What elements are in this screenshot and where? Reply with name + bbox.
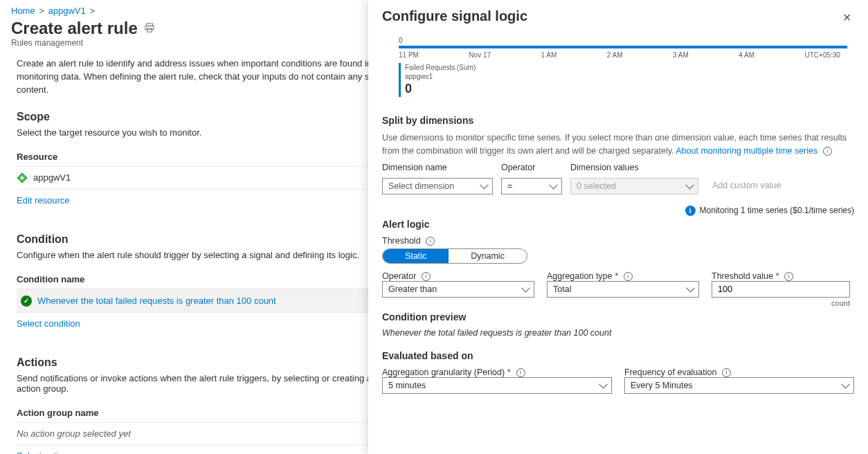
dimension-operator-label: Operator: [501, 163, 562, 172]
info-icon[interactable]: i: [422, 272, 431, 281]
chart-x-axis: 11 PM Nov 17 1 AM 2 AM 3 AM 4 AM UTC+05:…: [399, 51, 847, 59]
chart-x-tick: 11 PM: [399, 51, 419, 59]
metric-chart[interactable]: 0 11 PM Nov 17 1 AM 2 AM 3 AM 4 AM UTC+0…: [382, 34, 854, 102]
check-icon: [21, 296, 32, 307]
svg-point-3: [21, 176, 24, 179]
breadcrumb-sep: >: [89, 6, 95, 16]
operator-label: Operator: [382, 271, 416, 281]
info-icon[interactable]: i: [624, 272, 633, 281]
condition-column-header: Condition name: [17, 269, 403, 289]
info-icon[interactable]: i: [722, 368, 731, 377]
threshold-static-pill[interactable]: Static: [383, 249, 449, 263]
breadcrumb-resource[interactable]: appgwV1: [48, 6, 86, 16]
threshold-unit: count: [712, 299, 850, 307]
panel-title: Configure signal logic: [382, 8, 527, 24]
scope-heading: Scope: [17, 111, 403, 123]
chart-x-tick: Nov 17: [469, 51, 491, 59]
page-description: Create an alert rule to identify and add…: [17, 57, 403, 97]
chart-line: [399, 46, 847, 48]
chart-x-tick: UTC+05:30: [805, 51, 840, 59]
threshold-dynamic-pill[interactable]: Dynamic: [449, 249, 527, 263]
print-icon[interactable]: [145, 23, 154, 35]
condition-row[interactable]: Whenever the total failed requests is gr…: [17, 289, 403, 313]
svg-rect-2: [147, 28, 152, 31]
about-time-series-link[interactable]: About monitoring multiple time series: [676, 146, 817, 156]
select-action-group-link[interactable]: Select action group: [17, 451, 93, 454]
chart-x-tick: 1 AM: [541, 51, 557, 59]
condition-preview-heading: Condition preview: [382, 311, 854, 323]
monitoring-cost-text: Monitoring 1 time series ($0.1/time seri…: [700, 206, 854, 215]
threshold-value-input[interactable]: [712, 281, 850, 298]
threshold-toggle: Static Dynamic: [382, 248, 527, 264]
condition-heading: Condition: [17, 233, 403, 246]
aggregation-type-select[interactable]: Total: [547, 281, 699, 298]
actions-sub: Send notifications or invoke actions whe…: [17, 373, 403, 394]
add-custom-value-button[interactable]: Add custom value: [707, 178, 786, 194]
info-blue-icon: i: [685, 206, 696, 216]
chart-y-tick: 0: [399, 37, 847, 44]
info-icon[interactable]: i: [426, 237, 435, 246]
close-icon[interactable]: ✕: [840, 8, 854, 27]
action-group-column-header: Action group name: [17, 402, 403, 423]
dimension-name-select[interactable]: Select dimension: [382, 178, 493, 194]
split-dimensions-help: Use dimensions to monitor specific time …: [382, 131, 854, 156]
page-title: Create alert rule: [11, 19, 138, 38]
condition-sub: Configure when the alert rule should tri…: [17, 250, 403, 260]
required-mark: *: [776, 271, 779, 281]
chart-resource: appgwv1: [405, 72, 476, 81]
info-icon[interactable]: i: [516, 368, 525, 377]
alert-logic-heading: Alert logic: [382, 219, 854, 230]
condition-text[interactable]: Whenever the total failed requests is gr…: [37, 296, 276, 306]
edit-resource-link[interactable]: Edit resource: [17, 195, 70, 206]
evaluated-based-on-heading: Evaluated based on: [382, 350, 854, 361]
resource-row: appgwV1: [17, 167, 403, 190]
select-condition-link[interactable]: Select condition: [17, 318, 80, 329]
svg-rect-1: [145, 26, 154, 29]
required-mark: *: [507, 367, 511, 377]
granularity-label: Aggregation granularity (Period): [382, 367, 505, 377]
required-mark: *: [615, 271, 618, 281]
chart-x-tick: 3 AM: [673, 51, 689, 59]
no-action-group-text: No action group selected yet: [17, 423, 403, 445]
configure-signal-panel: Configure signal logic ✕ 0 11 PM Nov 17 …: [368, 0, 868, 454]
threshold-value-label: Threshold value: [712, 271, 773, 281]
dimension-values-select[interactable]: 0 selected: [570, 178, 698, 194]
appgw-icon: [17, 172, 28, 183]
aggregation-type-label: Aggregation type: [547, 271, 613, 281]
dimension-operator-select[interactable]: =: [501, 178, 562, 194]
breadcrumb-home[interactable]: Home: [11, 6, 35, 16]
actions-heading: Actions: [17, 356, 403, 369]
resource-name: appgwV1: [33, 172, 71, 183]
info-icon[interactable]: i: [823, 147, 832, 156]
info-icon[interactable]: i: [784, 272, 793, 281]
frequency-select[interactable]: Every 5 Minutes: [624, 377, 854, 394]
breadcrumb-sep: >: [39, 6, 44, 16]
granularity-select[interactable]: 5 minutes: [382, 377, 612, 394]
frequency-label: Frequency of evaluation: [624, 367, 716, 377]
operator-select[interactable]: Greater than: [382, 281, 534, 298]
split-dimensions-heading: Split by dimensions: [382, 115, 854, 126]
svg-rect-0: [146, 23, 152, 26]
resource-column-header: Resource: [17, 146, 403, 167]
chart-series-name: Failed Requests (Sum): [405, 63, 476, 72]
condition-preview-text: Whenever the total failed requests is gr…: [382, 328, 854, 338]
threshold-label: Threshold: [382, 236, 421, 246]
chart-current-value: 0: [405, 81, 476, 97]
chart-x-tick: 4 AM: [739, 51, 754, 59]
dimension-name-label: Dimension name: [382, 163, 493, 172]
scope-sub: Select the target resource you wish to m…: [17, 127, 403, 138]
dimension-values-label: Dimension values: [570, 163, 698, 172]
chart-x-tick: 2 AM: [607, 51, 623, 59]
